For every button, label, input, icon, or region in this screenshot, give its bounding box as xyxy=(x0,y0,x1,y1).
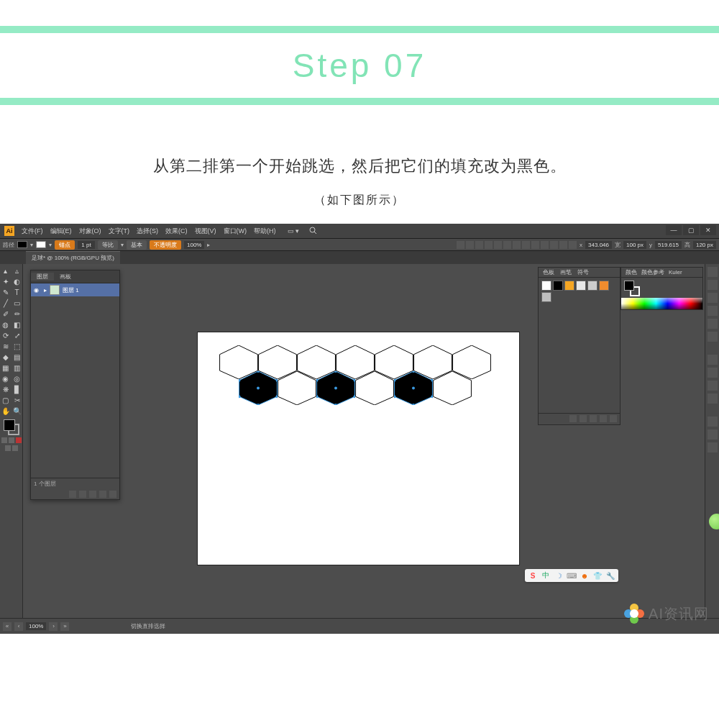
delete-layer-icon[interactable] xyxy=(109,491,116,498)
new-group-icon[interactable] xyxy=(590,415,597,422)
basic-button[interactable]: 基本 xyxy=(127,240,147,250)
hexagon-shape[interactable] xyxy=(433,371,472,405)
artboards-tab[interactable]: 画板 xyxy=(54,273,77,281)
align-icon[interactable] xyxy=(503,241,511,249)
rotate-tool-icon[interactable]: ⟳ xyxy=(1,330,11,340)
none-mode-icon[interactable] xyxy=(16,437,22,443)
align-icon[interactable] xyxy=(522,241,530,249)
menu-help[interactable]: 帮助(H) xyxy=(254,227,276,236)
type-tool-icon[interactable]: T xyxy=(12,287,22,297)
panel-icon[interactable] xyxy=(707,267,718,277)
color-mode-icon[interactable] xyxy=(1,437,7,443)
panel-icon[interactable] xyxy=(707,429,718,440)
symbols-tab[interactable]: 符号 xyxy=(577,268,589,276)
blob-brush-tool-icon[interactable]: ◍ xyxy=(1,319,11,329)
search-icon[interactable] xyxy=(309,227,317,236)
panel-icon[interactable] xyxy=(707,381,718,391)
panel-icon[interactable] xyxy=(707,319,718,329)
pencil-tool-icon[interactable]: ✏ xyxy=(12,309,22,319)
color-fill-stroke-icon[interactable] xyxy=(624,281,640,296)
anchor-label[interactable]: 锚点 xyxy=(55,240,75,250)
hexagon-shape-filled[interactable] xyxy=(239,371,278,405)
align-icon[interactable] xyxy=(550,241,558,249)
hexagon-shape-filled[interactable] xyxy=(316,371,355,405)
menu-type[interactable]: 文字(T) xyxy=(109,227,130,236)
next-artboard-icon[interactable]: › xyxy=(49,622,58,631)
uniform-button[interactable]: 等比 xyxy=(98,240,118,250)
ime-skin-icon[interactable]: 👕 xyxy=(592,570,603,581)
eraser-tool-icon[interactable]: ◧ xyxy=(12,319,22,329)
perspective-tool-icon[interactable]: ▤ xyxy=(12,352,22,362)
gradient-mode-icon[interactable] xyxy=(9,437,14,443)
window-close-icon[interactable]: ✕ xyxy=(700,225,716,235)
direct-selection-tool-icon[interactable]: ▵ xyxy=(12,265,22,276)
delete-swatch-icon[interactable] xyxy=(610,415,617,422)
align-icon[interactable] xyxy=(513,241,521,249)
window-minimize-icon[interactable]: — xyxy=(666,225,682,235)
ime-toolbar[interactable]: S 中 ☽ ⌨ ☻ 👕 🔧 xyxy=(525,569,618,582)
hexagon-shape-filled[interactable] xyxy=(394,371,433,405)
new-layer-icon[interactable] xyxy=(99,491,106,498)
first-artboard-icon[interactable]: « xyxy=(3,622,12,631)
fill-stroke-swatch[interactable] xyxy=(4,419,19,435)
new-sublayer-icon[interactable] xyxy=(89,491,96,498)
visibility-icon[interactable]: ◉ xyxy=(34,287,41,294)
make-clipping-mask-icon[interactable] xyxy=(79,491,86,498)
zoom-field[interactable]: 100% xyxy=(26,622,46,630)
ime-settings-icon[interactable]: 🔧 xyxy=(605,570,615,581)
menu-select[interactable]: 选择(S) xyxy=(137,227,158,236)
layer-row[interactable]: ◉ ▸ 图层 1 xyxy=(31,283,119,296)
menu-edit[interactable]: 编辑(E) xyxy=(50,227,72,236)
draw-mode-icon[interactable] xyxy=(12,445,18,451)
align-icon[interactable] xyxy=(475,241,483,249)
align-icon[interactable] xyxy=(541,241,549,249)
hand-tool-icon[interactable]: ✋ xyxy=(1,406,11,416)
kuler-tab[interactable]: Kuler xyxy=(669,269,682,276)
panel-icon[interactable] xyxy=(707,355,718,365)
window-maximize-icon[interactable]: ▢ xyxy=(683,225,699,235)
document-tab[interactable]: 足球* @ 100% (RGB/GPU 预览) xyxy=(26,251,120,264)
artboard-tool-icon[interactable]: ▢ xyxy=(1,395,11,405)
color-tab[interactable]: 颜色 xyxy=(626,268,637,276)
color-spectrum[interactable] xyxy=(621,298,702,309)
panel-icon[interactable] xyxy=(707,280,718,290)
menu-effect[interactable]: 效果(C) xyxy=(165,227,188,236)
screen-mode-icon[interactable] xyxy=(5,445,11,451)
h-field[interactable]: 120 px xyxy=(693,241,716,249)
ime-emoji-icon[interactable]: ☻ xyxy=(580,570,590,581)
layers-tab[interactable]: 图层 xyxy=(31,273,54,281)
panel-icon[interactable] xyxy=(707,417,718,427)
line-tool-icon[interactable]: ╱ xyxy=(1,298,11,308)
swatch-lib-icon[interactable] xyxy=(569,415,577,422)
magic-wand-tool-icon[interactable]: ✦ xyxy=(1,276,11,286)
x-field[interactable]: 343.046 xyxy=(585,241,612,249)
swatch[interactable] xyxy=(576,281,586,291)
slice-tool-icon[interactable]: ✂ xyxy=(12,395,22,405)
selection-tool-icon[interactable]: ▴ xyxy=(1,265,11,276)
swatch[interactable] xyxy=(541,292,551,302)
gradient-tool-icon[interactable]: ▥ xyxy=(12,363,22,373)
paintbrush-tool-icon[interactable]: ✐ xyxy=(1,309,11,319)
swatch-options-icon[interactable] xyxy=(580,415,587,422)
color-guide-tab[interactable]: 颜色参考 xyxy=(641,268,664,276)
align-icon[interactable] xyxy=(531,241,539,249)
lasso-tool-icon[interactable]: ◐ xyxy=(12,276,22,286)
scale-tool-icon[interactable]: ⤢ xyxy=(12,330,22,340)
locate-object-icon[interactable] xyxy=(69,491,76,498)
hexagon-shape[interactable] xyxy=(278,371,316,405)
pen-tool-icon[interactable]: ✎ xyxy=(1,287,11,297)
align-icon[interactable] xyxy=(485,241,493,249)
stroke-weight-field[interactable]: 1 pt xyxy=(78,241,95,249)
opacity-field[interactable]: 100% xyxy=(184,241,204,249)
align-icon[interactable] xyxy=(457,241,464,249)
rectangle-tool-icon[interactable]: ▭ xyxy=(12,298,22,308)
new-swatch-icon[interactable] xyxy=(600,415,607,422)
brushes-tab[interactable]: 画笔 xyxy=(560,268,572,276)
menu-window[interactable]: 窗口(W) xyxy=(224,227,247,236)
align-icon[interactable] xyxy=(569,241,577,249)
menu-view[interactable]: 视图(V) xyxy=(195,227,216,236)
shape-builder-tool-icon[interactable]: ◆ xyxy=(1,352,11,362)
align-icon[interactable] xyxy=(494,241,502,249)
free-transform-tool-icon[interactable]: ⬚ xyxy=(12,341,22,351)
swatch[interactable] xyxy=(564,281,574,291)
